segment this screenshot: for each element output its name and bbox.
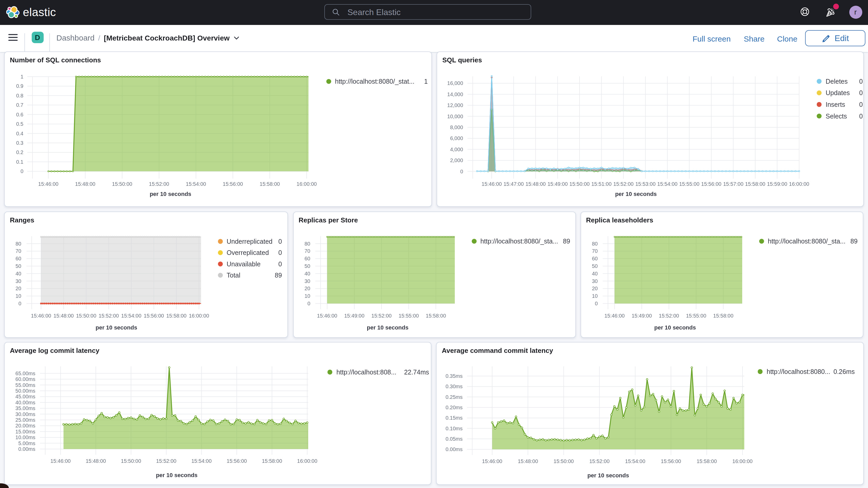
svg-text:15:50:00: 15:50:00: [569, 181, 590, 187]
svg-text:0.20ms: 0.20ms: [445, 404, 463, 410]
svg-text:70: 70: [592, 248, 597, 254]
svg-text:1: 1: [21, 74, 23, 80]
svg-text:55.00ms: 55.00ms: [16, 382, 35, 388]
svg-text:15:49:00: 15:49:00: [344, 313, 364, 318]
svg-text:0.00ms: 0.00ms: [445, 447, 463, 452]
svg-text:per 10 seconds: per 10 seconds: [654, 324, 696, 331]
svg-text:0: 0: [859, 101, 863, 108]
svg-text:30: 30: [304, 278, 310, 284]
svg-text:60: 60: [16, 256, 21, 262]
svg-text:40: 40: [304, 271, 310, 276]
svg-text:16:00:00: 16:00:00: [732, 458, 753, 464]
svg-text:15:48:00: 15:48:00: [525, 181, 546, 187]
svg-text:15:48:00: 15:48:00: [75, 181, 95, 187]
svg-text:80: 80: [16, 241, 21, 247]
svg-text:Deletes: Deletes: [826, 78, 848, 85]
svg-text:40: 40: [592, 271, 597, 276]
svg-text:http://localhost:8080...: http://localhost:8080...: [767, 368, 830, 375]
svg-text:15:56:00: 15:56:00: [661, 458, 681, 464]
svg-text:80: 80: [304, 241, 310, 247]
svg-text:0: 0: [21, 169, 23, 174]
svg-text:0.8: 0.8: [16, 93, 23, 98]
svg-text:15:54:00: 15:54:00: [657, 181, 678, 187]
svg-text:15:59:00: 15:59:00: [767, 181, 787, 187]
svg-text:15:46:00: 15:46:00: [317, 313, 337, 318]
svg-text:15.00ms: 15.00ms: [16, 429, 35, 434]
svg-text:20.00ms: 20.00ms: [16, 423, 35, 428]
svg-text:0.6: 0.6: [16, 112, 23, 118]
svg-text:20: 20: [592, 285, 597, 291]
svg-text:15:58:00: 15:58:00: [426, 313, 446, 318]
svg-text:0: 0: [859, 113, 863, 120]
svg-text:Overreplicated: Overreplicated: [227, 249, 269, 256]
svg-text:10.00ms: 10.00ms: [16, 434, 35, 440]
svg-text:40: 40: [16, 271, 21, 276]
svg-text:15:54:00: 15:54:00: [121, 313, 142, 318]
svg-text:65.00ms: 65.00ms: [16, 370, 35, 376]
svg-text:15:56:00: 15:56:00: [144, 313, 164, 318]
svg-text:per 10 seconds: per 10 seconds: [367, 324, 408, 331]
svg-text:http://localhost:8080/_sta...: http://localhost:8080/_sta...: [768, 238, 845, 245]
svg-text:6,000: 6,000: [450, 135, 463, 141]
svg-text:16:00:00: 16:00:00: [789, 181, 809, 187]
svg-text:70: 70: [16, 248, 21, 254]
svg-text:15:52:00: 15:52:00: [98, 313, 119, 318]
svg-text:15:58:00: 15:58:00: [259, 181, 280, 187]
svg-text:15:46:00: 15:46:00: [482, 458, 502, 464]
svg-text:16:00:00: 16:00:00: [297, 458, 317, 464]
svg-text:25.00ms: 25.00ms: [16, 417, 35, 423]
svg-text:15:56:00: 15:56:00: [223, 181, 243, 187]
svg-text:15:54:00: 15:54:00: [625, 458, 645, 464]
svg-text:40.00ms: 40.00ms: [16, 400, 35, 405]
svg-text:15:48:00: 15:48:00: [86, 458, 106, 464]
svg-text:Selects: Selects: [826, 113, 847, 120]
svg-text:15:46:00: 15:46:00: [38, 181, 59, 187]
svg-text:16:00:00: 16:00:00: [297, 181, 317, 187]
svg-text:15:56:00: 15:56:00: [701, 181, 721, 187]
svg-text:15:52:00: 15:52:00: [156, 458, 177, 464]
svg-text:per 10 seconds: per 10 seconds: [587, 472, 629, 479]
svg-text:15:48:00: 15:48:00: [54, 313, 74, 318]
svg-text:2,000: 2,000: [450, 157, 463, 163]
svg-text:89: 89: [563, 238, 570, 245]
svg-text:20: 20: [16, 285, 21, 291]
svg-text:Updates: Updates: [826, 89, 850, 96]
svg-text:4,000: 4,000: [450, 147, 463, 152]
svg-text:15:51:00: 15:51:00: [591, 181, 612, 187]
svg-text:15:55:00: 15:55:00: [398, 313, 418, 318]
svg-text:15:57:00: 15:57:00: [723, 181, 744, 187]
svg-text:per 10 seconds: per 10 seconds: [150, 191, 191, 197]
svg-text:45.00ms: 45.00ms: [16, 394, 35, 399]
svg-text:8,000: 8,000: [450, 124, 463, 130]
svg-text:16:00:00: 16:00:00: [189, 313, 209, 318]
svg-text:http://localhost:808...: http://localhost:808...: [337, 368, 397, 376]
svg-text:15:54:00: 15:54:00: [191, 458, 212, 464]
svg-text:15:55:00: 15:55:00: [679, 181, 699, 187]
svg-text:Inserts: Inserts: [826, 101, 845, 108]
svg-text:0.1: 0.1: [16, 159, 23, 165]
svg-text:http://localhost:8080/_stat...: http://localhost:8080/_stat...: [335, 78, 414, 85]
svg-text:0.15ms: 0.15ms: [445, 415, 463, 421]
svg-text:15:58:00: 15:58:00: [745, 181, 765, 187]
svg-text:0: 0: [278, 238, 282, 245]
svg-text:15:52:00: 15:52:00: [589, 458, 610, 464]
svg-text:12,000: 12,000: [447, 102, 463, 108]
svg-text:20: 20: [304, 285, 310, 291]
svg-text:0: 0: [460, 169, 463, 174]
svg-text:15:46:00: 15:46:00: [51, 458, 71, 464]
svg-text:10: 10: [304, 293, 310, 299]
svg-text:15:58:00: 15:58:00: [166, 313, 187, 318]
svg-text:0.9: 0.9: [16, 83, 23, 89]
svg-text:1: 1: [424, 78, 428, 85]
svg-text:15:49:00: 15:49:00: [631, 313, 652, 318]
svg-text:15:46:00: 15:46:00: [31, 313, 51, 318]
svg-text:15:48:00: 15:48:00: [518, 458, 538, 464]
svg-text:0: 0: [859, 78, 863, 85]
svg-text:0: 0: [859, 89, 863, 96]
svg-text:15:54:00: 15:54:00: [186, 181, 206, 187]
svg-text:Total: Total: [227, 272, 240, 279]
svg-text:0.25ms: 0.25ms: [445, 394, 463, 400]
svg-text:15:49:00: 15:49:00: [548, 181, 568, 187]
svg-text:0: 0: [19, 301, 21, 306]
svg-text:per 10 seconds: per 10 seconds: [156, 472, 197, 478]
